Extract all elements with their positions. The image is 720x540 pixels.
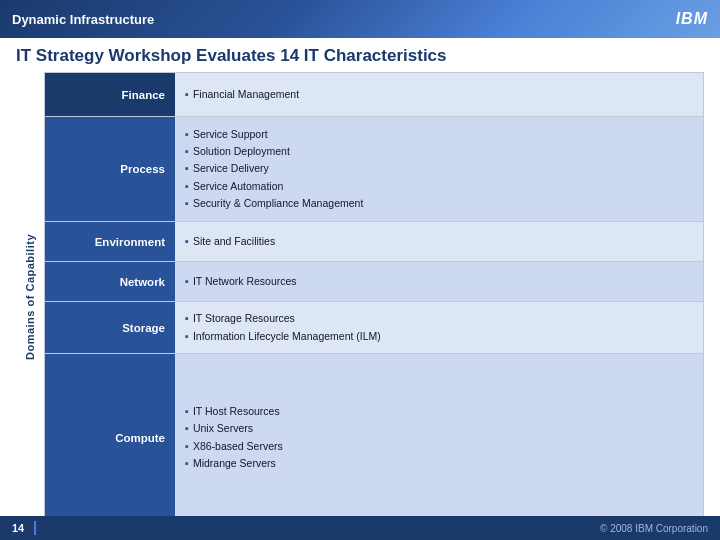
list-item: ▪ IT Host Resources <box>185 403 693 420</box>
row-label-environment: Environment <box>45 222 175 261</box>
domains-label: Domains of Capability <box>24 234 36 360</box>
bullet-icon: ▪ <box>185 438 189 455</box>
header: Dynamic Infrastructure IBM <box>0 0 720 38</box>
row-label-compute: Compute <box>45 354 175 521</box>
table-row: Finance ▪ Financial Management <box>45 73 703 117</box>
row-label-finance: Finance <box>45 73 175 116</box>
ibm-logo: IBM <box>676 10 708 28</box>
copyright: © 2008 IBM Corporation <box>600 523 708 534</box>
page-title-bar: IT Strategy Workshop Evaluates 14 IT Cha… <box>0 38 720 72</box>
bullet-icon: ▪ <box>185 310 189 327</box>
list-item: ▪ Midrange Servers <box>185 455 693 472</box>
footer-divider <box>34 521 36 535</box>
list-item: ▪ X86-based Servers <box>185 438 693 455</box>
row-content-finance: ▪ Financial Management <box>175 73 703 116</box>
bullet-icon: ▪ <box>185 178 189 195</box>
bullet-icon: ▪ <box>185 273 189 290</box>
row-label-process: Process <box>45 117 175 221</box>
list-item: ▪ Service Automation <box>185 178 693 195</box>
row-label-network: Network <box>45 262 175 301</box>
row-content-storage: ▪ IT Storage Resources ▪ Information Lif… <box>175 302 703 353</box>
row-content-process: ▪ Service Support ▪ Solution Deployment … <box>175 117 703 221</box>
bullet-icon: ▪ <box>185 233 189 250</box>
table-row: Process ▪ Service Support ▪ Solution Dep… <box>45 117 703 222</box>
table-row: Compute ▪ IT Host Resources ▪ Unix Serve… <box>45 354 703 521</box>
bullet-icon: ▪ <box>185 328 189 345</box>
list-item: ▪ Site and Facilities <box>185 233 693 250</box>
list-item: ▪ Unix Servers <box>185 420 693 437</box>
main-content: Domains of Capability Finance ▪ Financia… <box>0 72 720 522</box>
list-item: ▪ IT Network Resources <box>185 273 693 290</box>
row-content-environment: ▪ Site and Facilities <box>175 222 703 261</box>
row-content-network: ▪ IT Network Resources <box>175 262 703 301</box>
bullet-icon: ▪ <box>185 195 189 212</box>
bullet-icon: ▪ <box>185 420 189 437</box>
page-number: 14 <box>12 522 24 534</box>
bullet-icon: ▪ <box>185 160 189 177</box>
bullet-icon: ▪ <box>185 403 189 420</box>
row-label-storage: Storage <box>45 302 175 353</box>
header-title: Dynamic Infrastructure <box>12 12 154 27</box>
list-item: ▪ Solution Deployment <box>185 143 693 160</box>
side-label-container: Domains of Capability <box>16 72 44 522</box>
footer: 14 © 2008 IBM Corporation <box>0 516 720 540</box>
bullet-icon: ▪ <box>185 143 189 160</box>
list-item: ▪ Information Lifecycle Management (ILM) <box>185 328 693 345</box>
list-item: ▪ Service Support <box>185 126 693 143</box>
bullet-icon: ▪ <box>185 86 189 103</box>
bullet-icon: ▪ <box>185 455 189 472</box>
table-row: Network ▪ IT Network Resources <box>45 262 703 302</box>
list-item: ▪ Security & Compliance Management <box>185 195 693 212</box>
table-row: Environment ▪ Site and Facilities <box>45 222 703 262</box>
bullet-icon: ▪ <box>185 126 189 143</box>
page-title: IT Strategy Workshop Evaluates 14 IT Cha… <box>16 46 704 66</box>
list-item: ▪ IT Storage Resources <box>185 310 693 327</box>
list-item: ▪ Financial Management <box>185 86 693 103</box>
capability-table: Finance ▪ Financial Management Process ▪… <box>44 72 704 522</box>
row-content-compute: ▪ IT Host Resources ▪ Unix Servers ▪ X86… <box>175 354 703 521</box>
list-item: ▪ Service Delivery <box>185 160 693 177</box>
table-row: Storage ▪ IT Storage Resources ▪ Informa… <box>45 302 703 354</box>
